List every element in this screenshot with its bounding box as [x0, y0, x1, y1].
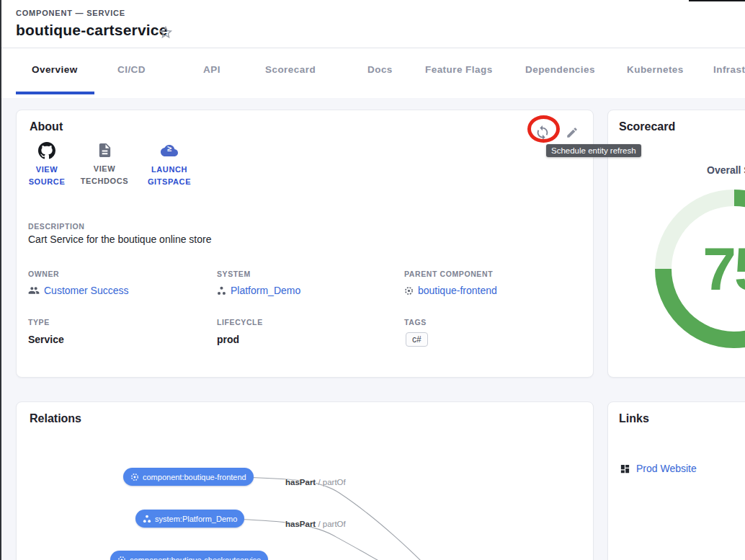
about-card: About VIEW SOURCE VIEW TECHDOCS ≥ LAUNCH… — [16, 110, 594, 378]
system-label: SYSTEM — [217, 270, 251, 278]
tab-bar: Overview CI/CD API Scorecard Docs Featur… — [0, 48, 745, 98]
view-techdocs-label-line1: VIEW — [81, 163, 129, 175]
edge-label-haspart: hasPart / partOf — [285, 478, 346, 486]
lifecycle-value: prod — [217, 334, 239, 345]
screen-edge-artifact — [689, 0, 745, 1]
tab-docs[interactable]: Docs — [367, 64, 393, 75]
view-techdocs-button[interactable]: VIEW TECHDOCS — [77, 142, 132, 187]
prod-website-link[interactable]: Prod Website — [620, 463, 697, 474]
description-label: DESCRIPTION — [28, 222, 84, 231]
relations-card: Relations component:boutique-frontend sy… — [16, 401, 594, 560]
tab-dependencies[interactable]: Dependencies — [525, 64, 595, 75]
parent-component-value: boutique-frontend — [418, 285, 497, 296]
view-source-label-line1: VIEW — [29, 164, 66, 176]
tab-cicd[interactable]: CI/CD — [117, 64, 146, 75]
refresh-tooltip: Schedule entity refresh — [546, 144, 641, 157]
favorite-star-icon[interactable] — [158, 25, 174, 40]
owner-link[interactable]: Customer Success — [28, 285, 128, 296]
page-title: boutique-cartservice — [16, 22, 168, 39]
system-icon — [217, 286, 226, 295]
launch-gitspace-label-line2: GITSPACE — [148, 176, 191, 188]
dashboard-icon — [620, 463, 630, 474]
parent-component-label: PARENT COMPONENT — [404, 270, 493, 278]
scorecard-card-title: Scorecard — [619, 120, 675, 133]
relation-node-label: component:boutique-frontend — [143, 473, 246, 481]
breadcrumb: COMPONENT — SERVICE — [16, 9, 125, 17]
relation-node-platform-demo[interactable]: system:Platform_Demo — [135, 510, 244, 528]
system-link[interactable]: Platform_Demo — [217, 285, 300, 296]
relation-node-boutique-frontend[interactable]: component:boutique-frontend — [123, 468, 254, 486]
score-value: 75 — [702, 234, 745, 304]
view-source-label-line2: SOURCE — [29, 176, 66, 188]
component-icon — [404, 286, 414, 295]
tag-chip[interactable]: c# — [406, 332, 428, 347]
github-icon — [38, 142, 55, 159]
launch-gitspace-label-line1: LAUNCH — [148, 164, 191, 176]
relation-node-label: system:Platform_Demo — [155, 515, 237, 523]
system-icon — [143, 515, 151, 523]
overall-score-label: Overall Score — [707, 164, 745, 176]
relation-node-label: component:boutique-checkoutservice — [130, 556, 261, 560]
links-card-title: Links — [619, 412, 649, 425]
view-source-button[interactable]: VIEW SOURCE — [22, 142, 71, 188]
entity-page: COMPONENT — SERVICE boutique-cartservice… — [0, 0, 745, 560]
tab-api[interactable]: API — [203, 64, 220, 75]
edge-label-haspart: hasPart / partOf — [285, 520, 346, 528]
component-icon — [117, 556, 126, 560]
edit-entity-button[interactable] — [563, 123, 581, 142]
prod-website-label: Prod Website — [636, 463, 697, 474]
tab-infrastructure[interactable]: Infrastructure — [713, 64, 745, 75]
type-label: TYPE — [28, 318, 50, 326]
owner-value: Customer Success — [44, 285, 128, 296]
screen-edge-artifact — [0, 0, 1, 560]
people-group-icon — [28, 285, 40, 296]
parent-component-link[interactable]: boutique-frontend — [404, 285, 497, 296]
tags-label: TAGS — [404, 318, 427, 326]
component-icon — [130, 473, 139, 481]
view-techdocs-label-line2: TECHDOCS — [81, 175, 129, 187]
links-card: Links Prod Website — [607, 401, 745, 560]
gitspace-prompt-glyph: ≥ — [160, 144, 179, 153]
techdocs-document-icon — [97, 142, 113, 159]
lifecycle-label: LIFECYCLE — [217, 318, 263, 326]
pencil-edit-icon — [566, 126, 579, 139]
score-donut-hole: 75 — [672, 206, 745, 332]
owner-label: OWNER — [28, 270, 59, 278]
relation-node-boutique-checkoutservice[interactable]: component:boutique-checkoutservice — [110, 551, 268, 560]
tab-overview[interactable]: Overview — [32, 64, 78, 75]
tab-kubernetes[interactable]: Kubernetes — [627, 64, 684, 75]
active-tab-underline — [16, 92, 94, 94]
score-donut-ring: 75 — [655, 190, 745, 348]
refresh-sync-icon — [535, 125, 550, 141]
relations-card-title: Relations — [30, 412, 81, 425]
about-card-title: About — [30, 120, 63, 133]
launch-gitspace-button[interactable]: ≥ LAUNCH GITSPACE — [145, 142, 194, 188]
schedule-entity-refresh-button[interactable] — [533, 123, 552, 142]
system-value: Platform_Demo — [231, 285, 300, 296]
description-text: Cart Service for the boutique online sto… — [28, 234, 211, 245]
tab-feature-flags[interactable]: Feature Flags — [425, 64, 493, 75]
tab-scorecard[interactable]: Scorecard — [265, 64, 316, 75]
type-value: Service — [28, 334, 64, 345]
